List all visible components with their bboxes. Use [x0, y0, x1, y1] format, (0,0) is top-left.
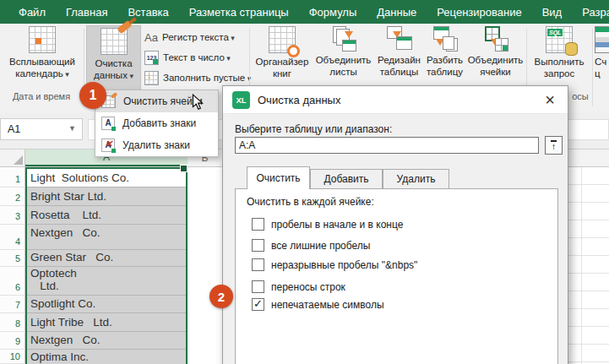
menu-item-add-characters[interactable]: A Добавить знаки	[95, 112, 218, 134]
close-icon[interactable]: ×	[537, 89, 563, 111]
menu-item-remove-characters[interactable]: A✕ Удалить знаки	[95, 134, 218, 156]
tab-home[interactable]: Главная	[66, 6, 107, 19]
checkbox-leading-trailing-spaces[interactable]: пробелы в начале и в конце	[252, 218, 403, 231]
checkbox-nonprinting-characters[interactable]: непечатаемые символы	[252, 298, 384, 311]
row-header[interactable]: 4	[0, 225, 25, 250]
group-label-date-time: Дата и время	[0, 91, 83, 101]
checkbox-icon[interactable]	[252, 218, 264, 231]
table-row: 5 Green Star Co.	[0, 250, 188, 267]
merge-sheets-button[interactable]: Объединить листы	[313, 26, 373, 78]
calendar-icon	[29, 26, 56, 53]
text-to-number-button[interactable]: 123 Текст в число	[144, 48, 231, 67]
tab-data[interactable]: Данные	[377, 6, 416, 19]
range-label: Выберите таблицу или диапазон:	[235, 123, 392, 135]
dialog-title: Очистка данных	[258, 94, 340, 106]
dialog-title-bar[interactable]: XL Очистка данных	[223, 86, 568, 114]
cell-a10[interactable]: Optima Inc.	[25, 350, 188, 364]
step-2-badge: 2	[209, 285, 233, 308]
cell-a9[interactable]: Nextgen Co.	[25, 332, 188, 350]
tab-view[interactable]: Вид	[542, 6, 563, 19]
striped-table-icon	[595, 26, 609, 53]
group-divider	[592, 29, 593, 106]
fill-blanks-icon	[144, 71, 159, 85]
checkbox-excess-spaces[interactable]: все лишние пробелы	[252, 239, 370, 252]
section-label: Очистить в каждой ячейке:	[247, 196, 374, 208]
cut-off-button[interactable]: Сч ц	[595, 26, 609, 79]
remove-characters-icon: A✕	[101, 139, 115, 152]
group-label-queries-fragment: осы	[568, 91, 593, 101]
row-header[interactable]: 9	[0, 332, 25, 350]
checkbox-checked-icon[interactable]	[252, 298, 264, 311]
cell-a6[interactable]: Optotech Ltd.	[25, 267, 188, 296]
tab-clear[interactable]: Очистить	[247, 166, 310, 189]
checkbox-icon[interactable]	[252, 239, 264, 252]
table-row: 7 Spotlight Co.	[0, 296, 188, 313]
cell-a2[interactable]: Bright Star Ltd.	[25, 187, 188, 206]
row-header[interactable]: 3	[0, 206, 25, 225]
row-header[interactable]: 7	[0, 296, 25, 313]
run-query-button[interactable]: SQL Выполнить запрос	[529, 26, 590, 79]
ribbon-tab-bar: Файл Главная Вставка Разметка страницы Ф…	[0, 0, 609, 24]
cell-a4[interactable]: Nextgen Co.	[25, 225, 188, 250]
fill-blanks-button[interactable]: Заполнить пустые	[144, 68, 251, 87]
table-row: 9 Nextgen Co.	[0, 332, 188, 350]
workbook-manager-button[interactable]: Органайзер книг	[252, 26, 313, 79]
tab-add[interactable]: Добавить	[310, 169, 383, 188]
aa-icon: Аа	[144, 31, 158, 44]
row-header[interactable]: 1	[0, 167, 25, 187]
cell-a5[interactable]: Green Star Co.	[25, 250, 188, 267]
clear-data-dialog: XL Очистка данных × Выберите таблицу или…	[222, 85, 568, 364]
row-header[interactable]: 8	[0, 313, 25, 332]
mouse-cursor	[191, 94, 204, 111]
popup-calendar-button[interactable]: Всплывающий календарь	[3, 26, 82, 80]
select-range-button[interactable]: ↑	[545, 136, 563, 155]
table-row: 4 Nextgen Co.	[0, 225, 188, 250]
checkbox-icon[interactable]	[252, 258, 264, 271]
row-header[interactable]: 10	[0, 350, 25, 364]
name-box[interactable]: A1 ▼	[0, 118, 83, 140]
tab-formulas[interactable]: Формулы	[309, 6, 357, 19]
grid-right-of-dialog	[568, 167, 609, 364]
tab-review[interactable]: Рецензирование	[437, 6, 521, 19]
merge-cells-button[interactable]: Объединить ячейки	[465, 26, 526, 78]
redesign-icon	[387, 26, 412, 52]
tab-page-layout[interactable]: Разметка страницы	[189, 6, 289, 19]
cell-a3[interactable]: Rosetta Ltd.	[25, 206, 188, 225]
checkbox-nonbreaking-spaces[interactable]: неразрывные пробелы "&nbps"	[252, 258, 417, 271]
row-header[interactable]: 5	[0, 250, 25, 267]
cell-a7[interactable]: Spotlight Co.	[25, 296, 188, 313]
checkbox-icon[interactable]	[252, 280, 264, 293]
chevron-down-icon[interactable]: ▼	[68, 124, 76, 133]
row-header[interactable]: 2	[0, 187, 25, 206]
tab-remove[interactable]: Удалить	[383, 169, 449, 188]
excel-window: Файл Главная Вставка Разметка страницы Ф…	[0, 0, 609, 364]
123-icon: 123	[144, 51, 159, 65]
merge-cells-icon	[483, 26, 508, 52]
tab-developer[interactable]: Разработч	[582, 6, 609, 19]
sql-icon: SQL	[546, 26, 573, 53]
table-row: 1 Light Solutions Co.	[0, 167, 188, 187]
split-table-icon	[432, 26, 458, 52]
organizer-icon	[269, 26, 296, 53]
table-row: 10 Optima Inc.	[0, 350, 188, 364]
change-case-button[interactable]: Аа Регистр текста	[144, 28, 235, 46]
merge-sheets-icon	[331, 26, 356, 52]
select-range-icon: ↑	[551, 140, 557, 151]
grid-column-line	[581, 167, 582, 364]
table-row: 3 Rosetta Ltd.	[0, 206, 188, 225]
row-header[interactable]: 6	[0, 267, 25, 296]
add-characters-icon: A	[101, 117, 115, 130]
tab-file[interactable]: Файл	[19, 6, 46, 19]
cell-a1[interactable]: Light Solutions Co.	[25, 167, 188, 187]
cell-a8[interactable]: Light Tribe Ltd.	[25, 313, 188, 332]
redesign-table-button[interactable]: Редизайн таблицы	[373, 26, 425, 78]
app-xl-icon: XL	[232, 91, 250, 109]
clear-data-icon	[101, 28, 128, 55]
select-all-corner[interactable]	[0, 149, 25, 166]
table-row: 2 Bright Star Ltd.	[0, 187, 188, 206]
tab-panel	[235, 188, 558, 364]
split-table-button[interactable]: Разбить таблицу	[425, 26, 465, 78]
range-input[interactable]: A:A	[235, 137, 539, 154]
checkbox-line-breaks[interactable]: переносы строк	[252, 280, 345, 293]
table-row: 8 Light Tribe Ltd.	[0, 313, 188, 332]
